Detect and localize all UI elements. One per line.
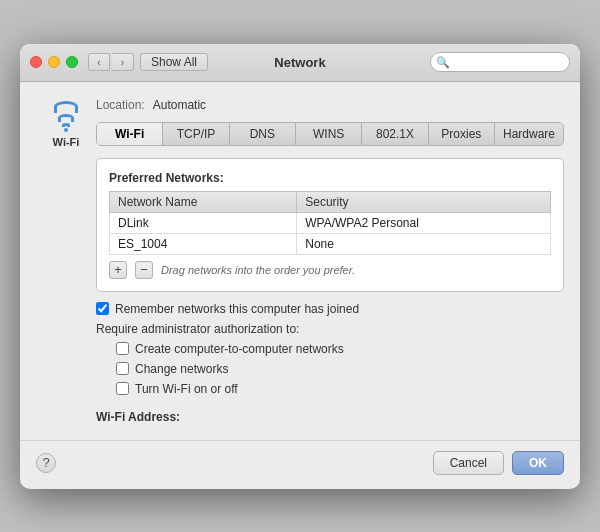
- turn-wifi-label: Turn Wi-Fi on or off: [135, 382, 238, 396]
- turn-wifi-row: Turn Wi-Fi on or off: [116, 382, 564, 396]
- network-security-cell: WPA/WPA2 Personal: [297, 212, 551, 233]
- remember-networks-checkbox[interactable]: [96, 302, 109, 315]
- wifi-arc-mid: [58, 114, 74, 122]
- col-network-name: Network Name: [110, 191, 297, 212]
- minimize-button[interactable]: [48, 56, 60, 68]
- create-networks-row: Create computer-to-computer networks: [116, 342, 564, 356]
- sidebar: Wi-Fi: [36, 98, 96, 424]
- location-label: Location:: [96, 98, 145, 112]
- content-area: Wi-Fi Location: Automatic Wi-Fi TCP/IP D…: [20, 82, 580, 440]
- window-title: Network: [274, 55, 325, 70]
- create-networks-label: Create computer-to-computer networks: [135, 342, 344, 356]
- tab-8021x[interactable]: 802.1X: [362, 123, 428, 145]
- add-network-button[interactable]: +: [109, 261, 127, 279]
- wifi-arc-inner: [62, 123, 70, 127]
- tab-proxies[interactable]: Proxies: [429, 123, 495, 145]
- networks-table: Network Name Security DLink WPA/WPA2 Per…: [109, 191, 551, 255]
- tab-bar: Wi-Fi TCP/IP DNS WINS 802.1X Proxies Har…: [96, 122, 564, 146]
- network-security-cell: None: [297, 233, 551, 254]
- create-networks-checkbox[interactable]: [116, 342, 129, 355]
- footer-buttons: Cancel OK: [433, 451, 564, 475]
- footer: ? Cancel OK: [20, 440, 580, 489]
- titlebar: ‹ › Show All Network 🔍: [20, 44, 580, 82]
- turn-wifi-checkbox[interactable]: [116, 382, 129, 395]
- location-bar: Location: Automatic: [96, 98, 564, 112]
- remove-network-button[interactable]: −: [135, 261, 153, 279]
- main-panel: Location: Automatic Wi-Fi TCP/IP DNS WIN…: [96, 98, 564, 424]
- change-networks-row: Change networks: [116, 362, 564, 376]
- col-security: Security: [297, 191, 551, 212]
- wifi-address-label: Wi-Fi Address:: [96, 410, 180, 424]
- search-icon: 🔍: [436, 56, 450, 69]
- wifi-icon: [46, 102, 86, 132]
- wifi-label: Wi-Fi: [53, 136, 80, 148]
- forward-button[interactable]: ›: [112, 53, 134, 71]
- network-name-cell: DLink: [110, 212, 297, 233]
- change-networks-checkbox[interactable]: [116, 362, 129, 375]
- admin-section-label: Require administrator authorization to:: [96, 322, 564, 336]
- networks-panel: Preferred Networks: Network Name Securit…: [96, 158, 564, 292]
- table-row[interactable]: DLink WPA/WPA2 Personal: [110, 212, 551, 233]
- networks-section-label: Preferred Networks:: [109, 171, 551, 185]
- location-value: Automatic: [153, 98, 206, 112]
- change-networks-label: Change networks: [135, 362, 228, 376]
- nav-buttons: ‹ ›: [88, 53, 134, 71]
- close-button[interactable]: [30, 56, 42, 68]
- wifi-dot: [64, 128, 68, 132]
- wifi-arc-outer: [54, 101, 78, 113]
- tab-dns[interactable]: DNS: [230, 123, 296, 145]
- network-window: ‹ › Show All Network 🔍 Wi-Fi Location:: [20, 44, 580, 489]
- network-name-cell: ES_1004: [110, 233, 297, 254]
- table-actions: + − Drag networks into the order you pre…: [109, 261, 551, 279]
- tab-wins[interactable]: WINS: [296, 123, 362, 145]
- tab-hardware[interactable]: Hardware: [495, 123, 563, 145]
- wifi-address-section: Wi-Fi Address:: [96, 410, 564, 424]
- back-button[interactable]: ‹: [88, 53, 110, 71]
- remember-networks-label: Remember networks this computer has join…: [115, 302, 359, 316]
- remember-networks-row: Remember networks this computer has join…: [96, 302, 564, 316]
- admin-options: Create computer-to-computer networks Cha…: [116, 342, 564, 396]
- traffic-lights: [30, 56, 78, 68]
- tab-wifi[interactable]: Wi-Fi: [97, 123, 163, 145]
- search-input[interactable]: [430, 52, 570, 72]
- show-all-button[interactable]: Show All: [140, 53, 208, 71]
- help-button[interactable]: ?: [36, 453, 56, 473]
- maximize-button[interactable]: [66, 56, 78, 68]
- tab-tcpip[interactable]: TCP/IP: [163, 123, 229, 145]
- drag-hint: Drag networks into the order you prefer.: [161, 264, 355, 276]
- search-wrapper: 🔍: [430, 52, 570, 72]
- ok-button[interactable]: OK: [512, 451, 564, 475]
- table-row[interactable]: ES_1004 None: [110, 233, 551, 254]
- cancel-button[interactable]: Cancel: [433, 451, 504, 475]
